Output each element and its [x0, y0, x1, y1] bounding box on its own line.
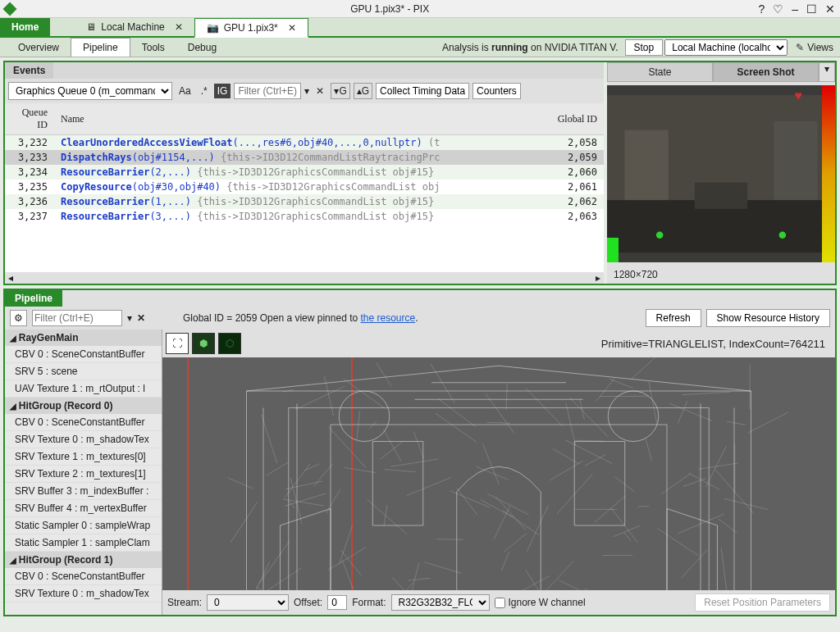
events-filter-input[interactable] [234, 83, 301, 99]
fullscreen-icon[interactable]: ⛶ [166, 333, 189, 354]
maximize-button[interactable]: ☐ [806, 2, 817, 16]
col-name[interactable]: Name [54, 103, 538, 135]
screenshot-dropdown-icon[interactable]: ▾ [819, 62, 835, 82]
tree-group[interactable]: HitGroup (Record 1) [5, 552, 162, 568]
filter-dropdown-icon[interactable]: ▾ [304, 85, 309, 97]
tab-gpu-capture[interactable]: 📷 GPU 1.pix3* ✕ [194, 18, 308, 38]
event-row[interactable]: 3,237ResourceBarrier(3,...) {this->ID3D1… [5, 209, 604, 224]
tree-item[interactable]: CBV 0 : SceneConstantBuffer [5, 346, 162, 363]
ignore-w-checkbox[interactable] [495, 598, 505, 608]
clear-filter-icon[interactable]: ✕ [137, 312, 145, 324]
tree-item[interactable]: SRV Buffer 4 : m_vertexBuffer [5, 500, 162, 517]
svg-line-57 [614, 476, 634, 491]
pipeline-filter-input[interactable] [32, 310, 122, 326]
group-down[interactable]: ▾G [331, 83, 349, 99]
svg-line-94 [610, 507, 637, 543]
svg-line-29 [262, 414, 277, 462]
close-icon[interactable]: ✕ [175, 21, 183, 33]
svg-line-64 [566, 403, 576, 446]
counters-button[interactable]: Counters [472, 83, 521, 99]
svg-line-124 [585, 455, 605, 466]
ig-toggle[interactable]: IG [214, 84, 231, 98]
resource-tree[interactable]: RayGenMainCBV 0 : SceneConstantBufferSRV… [5, 330, 162, 615]
filter-dropdown-icon[interactable]: ▾ [127, 312, 132, 324]
svg-line-28 [340, 550, 361, 575]
tree-item[interactable]: SRV Texture 1 : m_textures[0] [5, 448, 162, 466]
svg-line-12 [391, 459, 439, 466]
col-global-id[interactable]: Global ID [538, 103, 604, 135]
case-toggle[interactable]: Aa [176, 84, 194, 98]
svg-line-18 [724, 498, 768, 509]
svg-line-60 [503, 533, 527, 552]
menu-debug[interactable]: Debug [176, 39, 228, 57]
format-select[interactable]: R32G32B32_FLOAT [391, 594, 490, 611]
events-table[interactable]: Queue ID Name Global ID 3,232ClearUnorde… [5, 103, 604, 272]
feedback-icon[interactable]: ♡ [773, 2, 783, 16]
screenshot-image[interactable]: ♥ [607, 85, 835, 262]
screenshot-tab[interactable]: Screen Shot [713, 62, 819, 82]
queue-select[interactable]: Graphics Queue 0 (m_commandQueue) [8, 82, 172, 100]
event-row[interactable]: 3,232ClearUnorderedAccessViewFloat(...,r… [5, 135, 604, 151]
tree-item[interactable]: SRV Texture 0 : m_shadowTex [5, 431, 162, 448]
tree-group[interactable]: HitGroup (Record 0) [5, 398, 162, 414]
help-icon[interactable]: ? [758, 2, 765, 16]
menu-pipeline[interactable]: Pipeline [71, 38, 130, 57]
tree-item[interactable]: CBV 0 : SceneConstantBuffer [5, 568, 162, 585]
group-up[interactable]: ▴G [354, 83, 372, 99]
tree-group[interactable]: RayGenMain [5, 330, 162, 346]
scroll-left-icon[interactable]: ◂ [8, 272, 13, 284]
scene-thumbnail [607, 85, 835, 262]
svg-line-73 [681, 550, 707, 579]
tree-item[interactable]: Static Sampler 1 : sampleClam [5, 534, 162, 552]
offset-input[interactable] [327, 595, 347, 610]
svg-line-14 [569, 398, 608, 437]
event-row[interactable]: 3,236ResourceBarrier(1,...) {this->ID3D1… [5, 194, 604, 209]
scroll-right-icon[interactable]: ▸ [596, 272, 600, 284]
regex-toggle[interactable]: .* [198, 84, 211, 98]
stream-select[interactable]: 0 [207, 594, 289, 611]
edit-icon: ✎ [796, 42, 804, 53]
svg-line-110 [575, 440, 605, 441]
svg-line-58 [381, 441, 404, 459]
minimize-button[interactable]: – [792, 2, 798, 16]
svg-line-65 [526, 389, 563, 427]
reset-position-button[interactable]: Reset Position Parameters [695, 593, 830, 612]
refresh-button[interactable]: Refresh [646, 309, 701, 327]
gear-icon[interactable]: ⚙ [10, 310, 27, 326]
svg-line-66 [486, 422, 510, 423]
collect-timing-button[interactable]: Collect Timing Data [376, 83, 469, 99]
resource-link[interactable]: the resource [360, 312, 415, 324]
tree-item[interactable]: SRV Texture 0 : m_shadowTex [5, 585, 162, 602]
tree-item[interactable]: UAV Texture 1 : m_rtOutput : l [5, 380, 162, 398]
event-row[interactable]: 3,233DispatchRays(obj#1154,...) {this->I… [5, 150, 604, 165]
heart-icon: ♥ [795, 89, 803, 103]
views-button[interactable]: ✎ Views [796, 42, 833, 53]
ignore-w-label: Ignore W channel [509, 597, 586, 608]
wireframe-mode-icon[interactable]: ⬡ [218, 333, 241, 354]
mesh-viewer[interactable] [162, 357, 835, 590]
menu-tools[interactable]: Tools [130, 39, 176, 57]
svg-line-50 [252, 562, 269, 590]
menu-overview[interactable]: Overview [7, 39, 71, 57]
tab-home[interactable]: Home [0, 18, 50, 36]
state-tab[interactable]: State [607, 62, 713, 82]
solid-mode-icon[interactable]: ⬢ [192, 333, 215, 354]
tree-item[interactable]: SRV Buffer 3 : m_indexBuffer : [5, 483, 162, 500]
tree-item[interactable]: Static Sampler 0 : sampleWrap [5, 517, 162, 534]
target-select[interactable]: Local Machine (localhost) [664, 39, 788, 56]
col-queue-id[interactable]: Queue ID [5, 103, 54, 135]
close-button[interactable]: ✕ [825, 2, 835, 16]
tree-item[interactable]: CBV 0 : SceneConstantBuffer [5, 414, 162, 431]
close-icon[interactable]: ✕ [288, 22, 296, 34]
event-row[interactable]: 3,234ResourceBarrier(2,...) {this->ID3D1… [5, 165, 604, 180]
tree-item[interactable]: SRV Texture 2 : m_textures[1] [5, 466, 162, 483]
tab-local-machine[interactable]: 🖥 Local Machine ✕ [75, 18, 194, 36]
clear-filter[interactable]: ✕ [313, 84, 327, 98]
show-history-button[interactable]: Show Resource History [706, 309, 830, 327]
event-row[interactable]: 3,235CopyResource(obj#30,obj#40) {this->… [5, 180, 604, 194]
svg-point-6 [779, 232, 787, 239]
tree-item[interactable]: SRV 5 : scene [5, 363, 162, 380]
stop-button[interactable]: Stop [625, 39, 664, 56]
svg-line-55 [231, 502, 258, 543]
svg-line-52 [585, 588, 634, 590]
